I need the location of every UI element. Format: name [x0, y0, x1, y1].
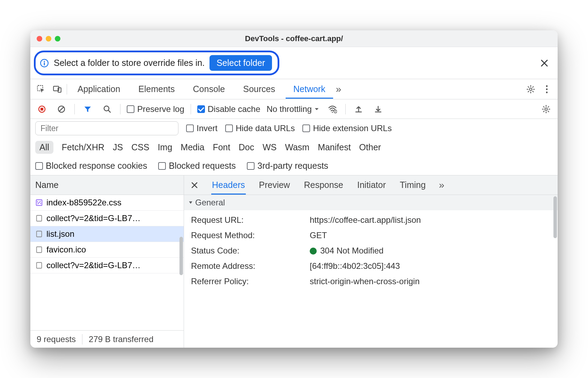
requests-list: index-b859522e.css collect?v=2&tid=G-LB7…	[30, 195, 184, 330]
generic-file-icon	[35, 262, 43, 269]
upload-har-icon[interactable]	[352, 103, 365, 116]
request-row[interactable]: favicon.ico	[30, 242, 184, 258]
titlebar: DevTools - coffee-cart.app/	[30, 30, 558, 47]
request-row[interactable]: collect?v=2&tid=G-LB7…	[30, 258, 184, 273]
type-font[interactable]: Font	[213, 142, 230, 152]
disable-cache-checkbox[interactable]: Disable cache	[197, 104, 260, 114]
request-row[interactable]: collect?v=2&tid=G-LB7…	[30, 211, 184, 226]
settings-gear-icon[interactable]	[524, 83, 537, 96]
select-folder-button[interactable]: Select folder	[210, 55, 272, 71]
record-icon[interactable]	[35, 103, 49, 116]
network-conditions-icon[interactable]	[326, 103, 339, 116]
checkbox-icon	[302, 124, 310, 132]
type-all[interactable]: All	[35, 141, 53, 154]
invert-label: Invert	[197, 123, 218, 133]
content: Name index-b859522e.css collect?v=2&tid=…	[30, 175, 558, 348]
general-section-label: General	[195, 198, 225, 207]
blocked-requests-label: Blocked requests	[169, 161, 236, 171]
extra-filter-bar: Blocked response cookies Blocked request…	[30, 157, 558, 175]
maximize-window-button[interactable]	[55, 36, 60, 41]
details-tab-headers[interactable]: Headers	[211, 176, 246, 195]
tab-sources[interactable]: Sources	[235, 80, 283, 98]
hide-data-urls-checkbox[interactable]: Hide data URLs	[225, 123, 295, 133]
throttling-dropdown[interactable]: No throttling	[266, 104, 319, 114]
blocked-cookies-checkbox[interactable]: Blocked response cookies	[35, 161, 147, 171]
tab-console[interactable]: Console	[185, 80, 233, 98]
third-party-checkbox[interactable]: 3rd-party requests	[247, 161, 328, 171]
svg-point-6	[530, 88, 532, 90]
request-name: favicon.ico	[46, 245, 86, 255]
type-ws[interactable]: WS	[263, 142, 277, 152]
type-manifest[interactable]: Manifest	[318, 142, 351, 152]
type-fetch-xhr[interactable]: Fetch/XHR	[62, 142, 104, 152]
tab-network[interactable]: Network	[286, 80, 333, 99]
device-toggle-icon[interactable]	[51, 83, 64, 96]
type-wasm[interactable]: Wasm	[285, 142, 309, 152]
type-other[interactable]: Other	[359, 142, 381, 152]
kv-key: Remote Address:	[191, 261, 310, 271]
svg-rect-11	[41, 108, 43, 111]
requests-transferred: 279 B transferred	[82, 334, 160, 344]
generic-file-icon	[35, 246, 43, 254]
generic-file-icon	[35, 214, 43, 222]
devtools-window: DevTools - coffee-cart.app/ Select a fol…	[30, 30, 558, 348]
divider	[74, 104, 75, 114]
hide-ext-urls-checkbox[interactable]: Hide extension URLs	[302, 123, 391, 133]
details-tabs: Headers Preview Response Initiator Timin…	[184, 175, 558, 195]
tab-elements[interactable]: Elements	[131, 80, 182, 98]
svg-rect-21	[37, 263, 42, 269]
close-infobar-icon[interactable]	[539, 58, 549, 68]
scrollbar-thumb[interactable]	[553, 196, 557, 238]
svg-rect-20	[37, 247, 42, 253]
general-section-header[interactable]: General	[184, 195, 558, 210]
kv-key: Referrer Policy:	[191, 277, 310, 286]
type-img[interactable]: Img	[158, 142, 172, 152]
chevron-down-icon	[314, 106, 319, 112]
svg-point-16	[545, 108, 547, 110]
request-row[interactable]: index-b859522e.css	[30, 195, 184, 211]
close-details-icon[interactable]	[190, 181, 199, 189]
type-js[interactable]: JS	[113, 142, 123, 152]
svg-point-7	[546, 85, 548, 87]
details-tab-preview[interactable]: Preview	[258, 176, 291, 194]
preserve-log-checkbox[interactable]: Preserve log	[127, 104, 184, 114]
details-tab-timing[interactable]: Timing	[399, 176, 426, 194]
kv-key: Request Method:	[191, 230, 310, 240]
third-party-label: 3rd-party requests	[257, 161, 328, 171]
kv-row: Remote Address: [64:ff9b::4b02:3c05]:443	[191, 258, 551, 274]
more-details-tabs-icon[interactable]: »	[439, 180, 444, 191]
general-table: Request URL: https://coffee-cart.app/lis…	[184, 210, 558, 291]
requests-header[interactable]: Name	[30, 175, 184, 195]
clear-icon[interactable]	[55, 103, 68, 116]
status-text: 304 Not Modified	[320, 246, 383, 255]
svg-rect-19	[37, 231, 42, 237]
details-tab-response[interactable]: Response	[303, 176, 344, 194]
throttling-label: No throttling	[266, 104, 311, 114]
scrollbar-thumb[interactable]	[179, 237, 183, 275]
divider	[120, 104, 120, 114]
network-settings-gear-icon[interactable]	[539, 103, 553, 116]
download-har-icon[interactable]	[372, 103, 385, 116]
type-filter-bar: All Fetch/XHR JS CSS Img Media Font Doc …	[30, 138, 558, 157]
inspect-icon[interactable]	[35, 83, 48, 96]
search-icon[interactable]	[101, 103, 114, 116]
type-css[interactable]: CSS	[131, 142, 149, 152]
kv-value: https://coffee-cart.app/list.json	[310, 215, 551, 225]
request-row[interactable]: list.json	[30, 226, 184, 242]
filter-input[interactable]	[35, 121, 178, 135]
details-tab-initiator[interactable]: Initiator	[357, 176, 387, 194]
minimize-window-button[interactable]	[46, 36, 51, 41]
type-media[interactable]: Media	[181, 142, 204, 152]
filter-bar: Invert Hide data URLs Hide extension URL…	[30, 119, 558, 138]
more-tabs-icon[interactable]: »	[336, 84, 341, 95]
close-window-button[interactable]	[37, 36, 42, 41]
requests-sidebar: Name index-b859522e.css collect?v=2&tid=…	[30, 175, 184, 348]
divider	[67, 84, 67, 94]
generic-file-icon	[35, 230, 43, 238]
type-doc[interactable]: Doc	[238, 142, 254, 152]
more-menu-icon[interactable]	[540, 83, 553, 96]
blocked-requests-checkbox[interactable]: Blocked requests	[158, 161, 236, 171]
tab-application[interactable]: Application	[70, 80, 128, 98]
invert-checkbox[interactable]: Invert	[186, 123, 218, 133]
filter-icon[interactable]	[81, 103, 94, 116]
